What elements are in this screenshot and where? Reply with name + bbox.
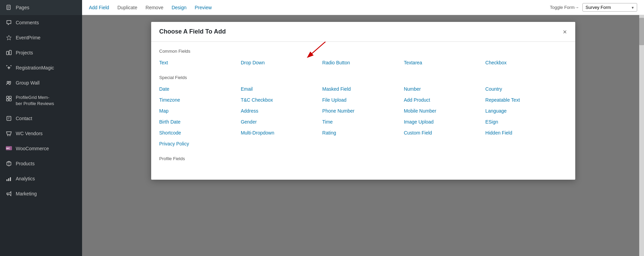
field-repeatable-text[interactable]: Repeatable Text <box>485 96 567 104</box>
sidebar-item-label: WC Vendors <box>16 131 43 136</box>
field-text[interactable]: Text <box>159 59 241 67</box>
field-timezone[interactable]: Timezone <box>159 96 241 104</box>
profile-fields-title: Profile Fields <box>159 156 567 161</box>
sidebar-item-groupwall[interactable]: Group Wall <box>0 75 82 90</box>
page-scrollbar[interactable] <box>639 15 644 256</box>
svg-point-9 <box>6 65 8 66</box>
sidebar-item-profilegrid[interactable]: ProfileGrid Mem- ber Profile Reviews <box>0 90 82 111</box>
sidebar-item-registrationmagic[interactable]: RegistrationMagic <box>0 60 82 75</box>
toggle-form-label: Toggle Form→ <box>550 5 579 10</box>
profile-fields-section: Profile Fields <box>159 156 567 161</box>
comments-icon <box>5 19 12 26</box>
add-field-button[interactable]: Add Field <box>89 5 109 10</box>
common-fields-title: Common Fields <box>159 49 567 54</box>
field-date[interactable]: Date <box>159 85 241 93</box>
field-email[interactable]: Email <box>241 85 322 93</box>
modal-body: Common Fields Text Drop Down Radio Butto… <box>151 42 575 180</box>
eventprime-icon <box>5 34 12 41</box>
sidebar-item-marketing[interactable]: Marketing <box>0 186 82 201</box>
field-gender[interactable]: Gender <box>241 118 322 126</box>
projects-icon <box>5 49 12 56</box>
main-content: Add Field Duplicate Remove Design Previe… <box>82 0 644 256</box>
field-number[interactable]: Number <box>404 85 485 93</box>
field-country[interactable]: Country <box>485 85 567 93</box>
field-phone-number[interactable]: Phone Number <box>322 107 404 115</box>
sidebar-item-label: Analytics <box>16 176 35 181</box>
profilegrid-icon <box>5 95 12 102</box>
wcvendors-icon <box>5 130 12 137</box>
special-fields-title: Special Fields <box>159 75 567 80</box>
sidebar-item-contact[interactable]: Contact <box>0 111 82 126</box>
contact-icon <box>5 115 12 122</box>
common-fields-grid: Text Drop Down Radio Button Textarea Che… <box>159 59 567 67</box>
svg-rect-17 <box>7 116 11 120</box>
field-map[interactable]: Map <box>159 107 241 115</box>
modal-header: Choose A Field To Add × <box>151 22 575 42</box>
field-multi-dropdown[interactable]: Multi-Dropdown <box>241 129 322 137</box>
remove-button[interactable]: Remove <box>146 5 163 10</box>
field-custom-field[interactable]: Custom Field <box>404 129 485 137</box>
common-fields-section: Common Fields Text Drop Down Radio Butto… <box>159 49 567 67</box>
field-chooser-modal: Choose A Field To Add × Common Fields Te… <box>151 22 575 180</box>
form-select[interactable]: Survey Form <box>582 3 637 12</box>
field-shortcode[interactable]: Shortcode <box>159 129 241 137</box>
svg-point-21 <box>10 135 11 136</box>
field-language[interactable]: Language <box>485 107 567 115</box>
sidebar-item-products[interactable]: Products <box>0 156 82 171</box>
field-birth-date[interactable]: Birth Date <box>159 118 241 126</box>
field-tc-checkbox[interactable]: T&C Checkbox <box>241 96 322 104</box>
preview-button[interactable]: Preview <box>195 5 212 10</box>
svg-text:WC: WC <box>6 147 10 150</box>
field-esign[interactable]: ESign <box>485 118 567 126</box>
sidebar-item-projects[interactable]: Projects <box>0 45 82 60</box>
field-rating[interactable]: Rating <box>322 129 404 137</box>
form-select-wrapper[interactable]: Survey Form <box>582 3 637 12</box>
svg-rect-5 <box>6 51 9 55</box>
sidebar-item-wcvendors[interactable]: WC Vendors <box>0 126 82 141</box>
sidebar-item-eventprime[interactable]: EventPrime <box>0 30 82 45</box>
special-fields-section: Special Fields Date Email Masked Field N… <box>159 75 567 148</box>
products-icon <box>5 160 12 167</box>
woocommerce-icon: WC <box>5 145 12 152</box>
field-checkbox[interactable]: Checkbox <box>485 59 567 67</box>
field-file-upload[interactable]: File Upload <box>322 96 404 104</box>
field-mobile-number[interactable]: Mobile Number <box>404 107 485 115</box>
sidebar-item-label: Contact <box>16 116 32 121</box>
field-image-upload[interactable]: Image Upload <box>404 118 485 126</box>
special-fields-grid: Date Email Masked Field Number Country T… <box>159 85 567 148</box>
field-time[interactable]: Time <box>322 118 404 126</box>
sidebar-item-label: Products <box>16 161 35 166</box>
field-masked-field[interactable]: Masked Field <box>322 85 404 93</box>
field-add-product[interactable]: Add Product <box>404 96 485 104</box>
field-dropdown[interactable]: Drop Down <box>241 59 322 67</box>
svg-rect-6 <box>9 50 11 55</box>
field-empty-1 <box>241 140 322 148</box>
sidebar-item-label: ProfileGrid Mem- ber Profile Reviews <box>16 94 54 107</box>
toolbar: Add Field Duplicate Remove Design Previe… <box>82 0 644 15</box>
sidebar-item-comments[interactable]: Comments <box>0 15 82 30</box>
svg-rect-16 <box>9 99 11 101</box>
svg-rect-15 <box>6 99 9 101</box>
field-hidden-field[interactable]: Hidden Field <box>485 129 567 137</box>
field-textarea[interactable]: Textarea <box>404 59 485 67</box>
modal-title: Choose A Field To Add <box>159 28 226 35</box>
modal-overlay: Choose A Field To Add × Common Fields Te… <box>82 15 644 256</box>
svg-rect-13 <box>6 96 9 98</box>
sidebar-item-label: Comments <box>16 20 39 25</box>
field-address[interactable]: Address <box>241 107 322 115</box>
toolbar-right: Toggle Form→ Survey Form <box>550 3 637 12</box>
modal-close-button[interactable]: × <box>563 28 567 35</box>
field-privacy-policy[interactable]: Privacy Policy <box>159 140 241 148</box>
pages-icon <box>5 4 12 11</box>
svg-rect-14 <box>9 96 11 98</box>
sidebar-item-woocommerce[interactable]: WC WooCommerce <box>0 141 82 156</box>
sidebar-item-analytics[interactable]: Analytics <box>0 171 82 186</box>
sidebar-item-pages[interactable]: Pages <box>0 0 82 15</box>
sidebar-item-label: EventPrime <box>16 35 40 40</box>
duplicate-button[interactable]: Duplicate <box>117 5 137 10</box>
sidebar: Pages Comments EventPrime Projects <box>0 0 82 256</box>
design-button[interactable]: Design <box>172 5 187 10</box>
page-scrollbar-thumb <box>639 18 644 45</box>
sidebar-item-label: WooCommerce <box>16 146 49 151</box>
field-radio-button[interactable]: Radio Button <box>322 59 404 67</box>
